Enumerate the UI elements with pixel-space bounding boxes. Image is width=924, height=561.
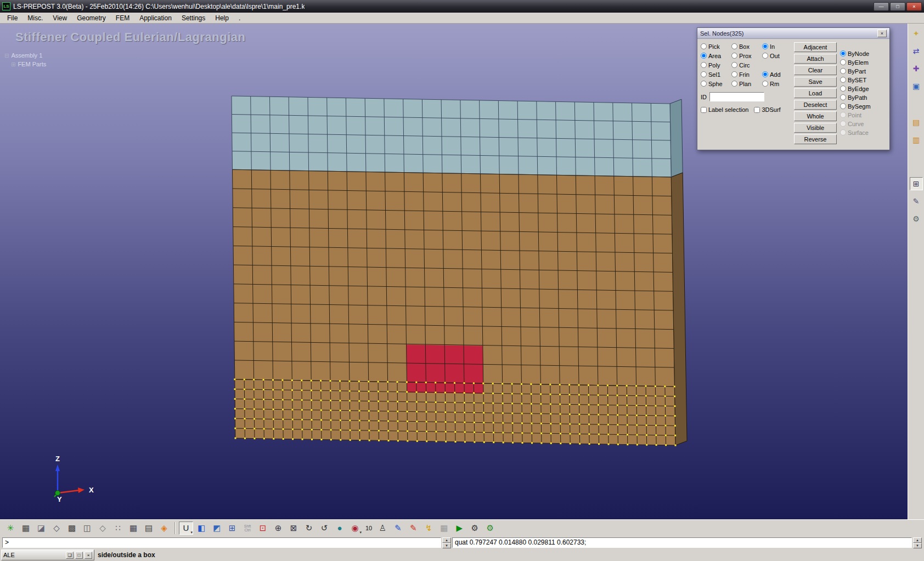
radio-byset[interactable]: BySET xyxy=(840,76,883,84)
animate-play-icon[interactable]: ▶ xyxy=(452,522,466,535)
radio-in[interactable]: In xyxy=(762,42,788,50)
whole-button[interactable]: Whole xyxy=(794,111,837,121)
attach-button[interactable]: Attach xyxy=(794,54,837,64)
shell-element-icon[interactable]: ◫ xyxy=(80,522,94,535)
undeform-button[interactable]: U▾ xyxy=(179,522,193,535)
radio-rm[interactable]: Rm xyxy=(762,80,788,88)
spinner-down-icon[interactable]: ▼ xyxy=(442,543,451,548)
shift-ctrl-indicator[interactable]: Shft Ctrl xyxy=(240,522,255,535)
label-selection-checkbox[interactable]: Label selection xyxy=(701,106,748,113)
radio-bypart-input[interactable] xyxy=(840,68,846,74)
iso-view-icon[interactable]: ◩ xyxy=(210,522,224,535)
tree-item-assembly[interactable]: ⊟ Assembly 1 xyxy=(4,51,46,60)
radio-out-input[interactable] xyxy=(762,53,768,59)
quad-view-icon[interactable]: ⊞ xyxy=(225,522,239,535)
menu-view[interactable]: View xyxy=(48,13,72,23)
radio-box-input[interactable] xyxy=(731,43,737,49)
command-history-spinner[interactable]: ▲ ▼ xyxy=(442,537,451,548)
grid-display-icon[interactable]: ▦ xyxy=(126,522,140,535)
fringe-plot-icon[interactable]: ◈ xyxy=(157,522,171,535)
tools-settings-icon[interactable]: ⚙ xyxy=(910,212,923,225)
id-input[interactable] xyxy=(709,92,764,101)
menu-file[interactable]: File xyxy=(2,13,22,23)
radio-bynode-input[interactable] xyxy=(840,50,846,56)
viewport-3d[interactable]: Stiffener Coupled Eulerian/Lagrangian ⊟ … xyxy=(0,24,908,519)
command-prompt-field[interactable]: > xyxy=(2,537,441,548)
radio-prox-input[interactable] xyxy=(731,53,737,59)
table-tool-icon[interactable]: ▥ xyxy=(910,133,923,146)
menu-geometry[interactable]: Geometry xyxy=(72,13,111,23)
radio-frin-input[interactable] xyxy=(731,71,737,77)
sel-nodes-dialog-titlebar[interactable]: Sel. Nodes(325) × xyxy=(697,28,889,39)
zoom-in-icon[interactable]: ⊕ xyxy=(271,522,285,535)
label-selection-checkbox-input[interactable] xyxy=(701,107,707,113)
radio-sel1[interactable]: Sel1 xyxy=(701,70,731,78)
paint-select-icon[interactable]: ✎ xyxy=(391,522,405,535)
save-button[interactable]: Save xyxy=(794,77,837,87)
radio-prox[interactable]: Prox xyxy=(731,52,762,60)
title-bar[interactable]: LS LS-PREPOST 3.0(Beta) - 25Feb2010(14:2… xyxy=(0,0,924,13)
menu-settings[interactable]: Settings xyxy=(177,13,210,23)
annotate-tool-icon[interactable]: ✎ xyxy=(910,195,923,208)
tree-collapse-icon[interactable]: ⊟ xyxy=(4,53,9,59)
radio-byedge-input[interactable] xyxy=(840,86,846,92)
menu-dot[interactable]: . xyxy=(234,13,245,23)
ale-close-icon[interactable]: × xyxy=(84,552,92,559)
spinner-up-icon[interactable]: ▲ xyxy=(442,537,451,543)
mesh-fill-icon[interactable]: ▩ xyxy=(65,522,79,535)
radio-poly[interactable]: Poly xyxy=(701,61,731,69)
swap-view-icon[interactable]: ⇄ xyxy=(910,44,923,58)
command-echo-field[interactable]: quat 0.797247 0.014880 0.029811 0.602733… xyxy=(452,537,912,548)
minimize-button[interactable]: — xyxy=(874,2,889,11)
menu-application[interactable]: Application xyxy=(134,13,177,23)
wireframe-element-icon[interactable]: ◇ xyxy=(49,522,64,535)
radio-pick-input[interactable] xyxy=(701,43,707,49)
scroll-up-icon[interactable]: ▲ xyxy=(913,537,922,543)
threedsurf-checkbox[interactable]: 3DSurf xyxy=(754,106,780,113)
rotation-angle-icon[interactable]: ◉▾ xyxy=(348,522,362,535)
radio-sel1-input[interactable] xyxy=(701,71,707,77)
command-scrollbar[interactable]: ▲ ▼ xyxy=(913,537,922,548)
paint-deselect-icon[interactable]: ✎ xyxy=(406,522,420,535)
adjacent-button[interactable]: Adjacent xyxy=(794,42,837,52)
radio-frin[interactable]: Frin xyxy=(731,70,762,78)
section-display-icon[interactable]: ▤ xyxy=(142,522,156,535)
maximize-button[interactable]: □ xyxy=(890,2,905,11)
radio-byset-input[interactable] xyxy=(840,77,846,83)
radio-pick[interactable]: Pick xyxy=(701,42,731,50)
pick-center-icon[interactable]: ⊡ xyxy=(256,522,270,535)
radio-plan[interactable]: Plan xyxy=(731,80,762,88)
radio-poly-input[interactable] xyxy=(701,62,707,68)
new-mesh-icon[interactable]: ✳ xyxy=(3,522,18,535)
radio-out[interactable]: Out xyxy=(762,52,788,60)
globe-icon[interactable]: ● xyxy=(333,522,347,535)
radio-add-input[interactable] xyxy=(762,71,768,77)
radio-sphe-input[interactable] xyxy=(701,81,707,87)
close-button[interactable]: × xyxy=(906,2,922,11)
radio-rm-input[interactable] xyxy=(762,81,768,87)
radio-byelem[interactable]: ByElem xyxy=(840,58,883,66)
ale-window-tab[interactable]: ALE ❏ □ × xyxy=(1,549,94,560)
radio-circ-input[interactable] xyxy=(731,62,737,68)
tree-item-fem-parts[interactable]: ⊞ FEM Parts xyxy=(11,60,46,69)
radio-add[interactable]: Add xyxy=(762,70,788,78)
expand-tool-icon[interactable]: ⊞ xyxy=(910,177,923,190)
list-tool-icon[interactable]: ▤ xyxy=(910,116,923,129)
radio-area[interactable]: Area xyxy=(701,52,731,60)
radio-byedge[interactable]: ByEdge xyxy=(840,84,883,93)
ale-restore-icon[interactable]: ❏ xyxy=(66,552,74,559)
box-select-icon[interactable]: ▣ xyxy=(910,80,923,93)
visible-button[interactable]: Visible xyxy=(794,123,837,133)
edge-display-icon[interactable]: ◇ xyxy=(95,522,110,535)
radio-bypath[interactable]: ByPath xyxy=(840,93,883,101)
menu-help[interactable]: Help xyxy=(210,13,234,23)
tree-expand-icon[interactable]: ⊞ xyxy=(11,61,15,67)
radio-sphe[interactable]: Sphe xyxy=(701,80,731,88)
raster-display-icon[interactable]: ▦ xyxy=(437,522,451,535)
dialog-close-icon[interactable]: × xyxy=(877,30,887,37)
radio-bysegm[interactable]: BySegm xyxy=(840,102,883,110)
radio-circ[interactable]: Circ xyxy=(731,61,762,69)
reverse-button[interactable]: Reverse xyxy=(794,134,837,144)
radio-plan-input[interactable] xyxy=(731,81,737,87)
orbit-view-icon[interactable]: ↺ xyxy=(317,522,331,535)
